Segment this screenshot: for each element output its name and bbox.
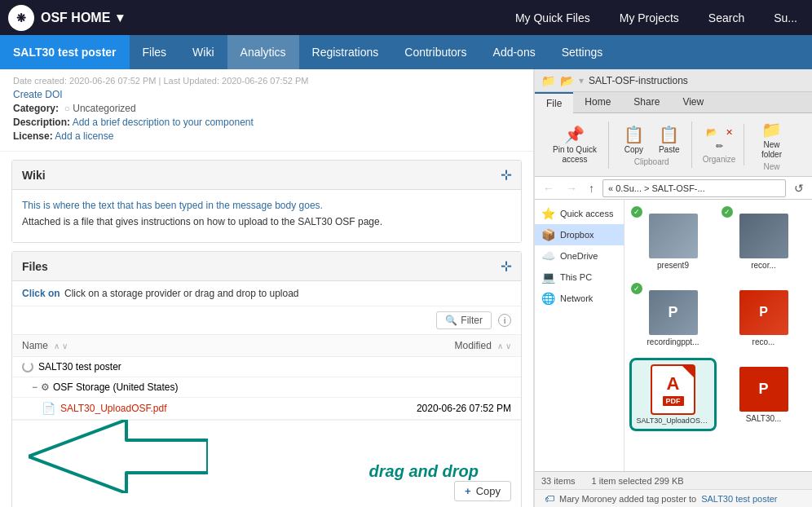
pin-icon: 📌	[564, 125, 585, 144]
green-check-recor: ✓	[722, 206, 733, 218]
info-icon-text: i	[504, 316, 505, 325]
ribbon-tab-home[interactable]: Home	[573, 92, 622, 112]
folder-icon-title: 📁	[541, 74, 555, 87]
sidebar-item-network[interactable]: 🌐 Network	[535, 288, 624, 309]
paste-ribbon-button[interactable]: 📋 Paste	[654, 123, 685, 156]
file-row-pdf[interactable]: 📄 SALT30_UploadOSF.pdf 2020-06-26 07:52 …	[12, 398, 521, 420]
file-row-root[interactable]: SALT30 test poster	[12, 357, 521, 377]
modified-sort-arrows[interactable]: ∧ ∨	[497, 342, 511, 350]
notification-icon: 🏷	[545, 493, 554, 505]
notification-link[interactable]: SALT30 test poster	[701, 494, 777, 504]
move-icon: 📂	[706, 127, 717, 138]
sidebar-item-quick-access[interactable]: ⭐ Quick access	[535, 203, 624, 224]
logo[interactable]: ❋ OSF HOME ▾	[8, 5, 123, 31]
sub-nav-items: Files Wiki Analytics Registrations Contr…	[130, 35, 616, 69]
new-folder-button[interactable]: 📁 New folder	[757, 118, 787, 161]
forward-button[interactable]: →	[563, 180, 580, 196]
green-check-recordingppt: ✓	[631, 283, 642, 294]
description-value[interactable]: Add a brief description to your componen…	[73, 117, 254, 128]
pin-label: Pin to Quick	[553, 145, 597, 154]
selected-info: 1 item selected 299 KB	[592, 476, 684, 486]
search-link[interactable]: Search	[702, 8, 751, 28]
dropbox-icon: 📦	[541, 228, 555, 241]
file-thumb-present9	[649, 214, 698, 258]
create-doi-link[interactable]: Create DOI	[13, 89, 63, 100]
upload-instruction: Click on a storage provider or drag and …	[64, 288, 299, 299]
file-item-recordingppt[interactable]: ✓ P recordingppt...	[629, 281, 717, 355]
info-icon[interactable]: i	[498, 314, 511, 327]
ribbon: File Home Share View 📌 Pin to Quick acce…	[535, 92, 812, 177]
back-button[interactable]: ←	[540, 180, 558, 196]
address-bar: ← → ↑ « 0.Su... > SALT-OSF-... ↺	[535, 177, 812, 200]
file-thumb-salt30: P	[739, 367, 788, 412]
my-projects-link[interactable]: My Projects	[613, 8, 686, 28]
ribbon-tab-file[interactable]: File	[535, 92, 573, 113]
quick-access-label: Quick access	[560, 209, 613, 218]
network-icon: 🌐	[541, 292, 555, 305]
more-link[interactable]: Su...	[767, 8, 804, 28]
file-row-storage[interactable]: − ⚙ OSF Storage (United States)	[12, 377, 521, 398]
name-sort-arrows[interactable]: ∧ ∨	[54, 342, 68, 350]
refresh-button[interactable]: ↺	[791, 180, 807, 196]
project-title: SALT30 test poster	[0, 35, 130, 69]
copy-button[interactable]: + Copy	[454, 481, 511, 501]
file-item-present9[interactable]: ✓ present9	[629, 205, 717, 278]
tab-contributors[interactable]: Contributors	[391, 35, 479, 69]
tab-registrations[interactable]: Registrations	[299, 35, 392, 69]
logo-dropdown-icon[interactable]: ▾	[117, 10, 123, 25]
tab-settings[interactable]: Settings	[549, 35, 616, 69]
my-quick-files-link[interactable]: My Quick Files	[509, 8, 597, 28]
tab-files[interactable]: Files	[130, 35, 180, 69]
new-folder-label: New	[763, 140, 779, 149]
files-title: Files	[22, 260, 48, 273]
rename-icon: ✏	[716, 141, 723, 152]
dropbox-label: Dropbox	[560, 230, 594, 240]
ribbon-tab-share[interactable]: Share	[622, 92, 671, 112]
file-item-recor[interactable]: ✓ recor...	[720, 205, 807, 278]
ribbon-content: 📌 Pin to Quick access 📋 Copy 📋	[535, 113, 812, 176]
files-table-header: Name ∧ ∨ Modified ∧ ∨	[12, 335, 521, 357]
wiki-section-header: Wiki ⊹	[12, 161, 521, 190]
filter-icon: 🔍	[445, 315, 457, 326]
files-section: Files ⊹ Click on Click on a storage prov…	[11, 251, 522, 507]
category-value: Uncategorized	[73, 103, 135, 114]
file-item-salt30-red[interactable]: P SALT30...	[720, 358, 807, 431]
file-item-pdf[interactable]: A PDF SALT30_UploadOSF.2	[629, 358, 717, 431]
ribbon-group-organize: 📂 ✕ ✏ Organize	[695, 124, 744, 165]
sidebar-item-this-pc[interactable]: 💻 This PC	[535, 267, 624, 288]
file-name-reco: reco...	[752, 337, 775, 346]
organize-group-label: Organize	[703, 155, 736, 164]
sub-navigation: SALT30 test poster Files Wiki Analytics …	[0, 35, 812, 69]
file-grid: ✓ present9 ✓ recor... ✓ P recordingppt	[624, 200, 812, 471]
address-text: « 0.Su... > SALT-OSF-...	[608, 183, 705, 193]
tab-addons[interactable]: Add-ons	[480, 35, 549, 69]
copy-ribbon-button[interactable]: 📋 Copy	[619, 123, 649, 156]
pin-quick-access-button[interactable]: 📌 Pin to Quick access	[548, 123, 602, 165]
pdf-file-icon: 📄	[42, 402, 55, 415]
filter-button[interactable]: 🔍 Filter	[436, 311, 492, 329]
tab-analytics[interactable]: Analytics	[227, 35, 299, 69]
ppt-label: P	[668, 304, 677, 321]
delete-button[interactable]: ✕	[722, 126, 736, 139]
sidebar-item-dropbox[interactable]: 📦 Dropbox	[535, 224, 624, 245]
up-button[interactable]: ↑	[585, 180, 598, 196]
explorer-content: ⭐ Quick access 📦 Dropbox ☁️ OneDrive 💻 T…	[535, 200, 812, 471]
name-col-header: Name ∧ ∨	[22, 340, 364, 351]
address-path[interactable]: « 0.Su... > SALT-OSF-...	[602, 179, 786, 197]
sidebar-item-onedrive[interactable]: ☁️ OneDrive	[535, 245, 624, 267]
files-expand-icon[interactable]: ⊹	[501, 258, 511, 274]
paste-ribbon-label: Paste	[659, 145, 680, 154]
separator-icon: ▾	[579, 75, 584, 86]
move-to-button[interactable]: 📂	[703, 126, 721, 139]
files-toolbar: Click on Click on a storage provider or …	[12, 281, 521, 306]
organize-btn-row2: ✏	[713, 139, 726, 153]
file-item-reco[interactable]: P reco...	[720, 281, 807, 355]
wiki-expand-icon[interactable]: ⊹	[501, 167, 511, 183]
rename-button[interactable]: ✏	[713, 139, 726, 153]
root-item-label: SALT30 test poster	[38, 361, 121, 373]
license-value[interactable]: Add a license	[55, 130, 113, 142]
onedrive-icon: ☁️	[541, 249, 555, 262]
ribbon-tab-view[interactable]: View	[671, 92, 715, 112]
explorer-title-bar: 📁 📂 ▾ SALT-OSF-instructions	[535, 69, 812, 92]
tab-wiki[interactable]: Wiki	[179, 35, 227, 69]
